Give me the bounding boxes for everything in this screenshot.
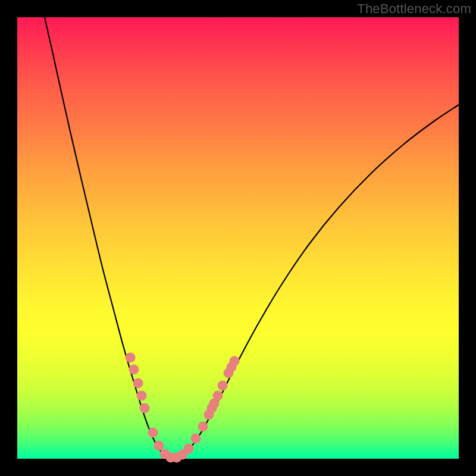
highlight-dot [154,441,164,451]
left-curve [45,17,172,459]
highlight-dot [133,378,143,389]
highlight-dot [218,381,228,391]
highlight-dot [129,365,139,375]
watermark-text: TheBottleneck.com [357,1,471,17]
highlight-dot [230,356,240,367]
chart-frame: TheBottleneck.com [0,0,476,476]
highlight-dot [140,403,150,414]
chart-svg [17,17,459,459]
highlight-dot [191,434,201,444]
chart-plot-area [17,17,459,459]
highlight-dot [148,428,158,438]
highlight-dot [137,391,147,401]
highlight-dot [198,422,208,432]
highlight-dot [126,353,136,363]
highlight-dots [126,353,240,463]
highlight-dot [213,391,223,401]
highlight-dot [184,444,194,454]
